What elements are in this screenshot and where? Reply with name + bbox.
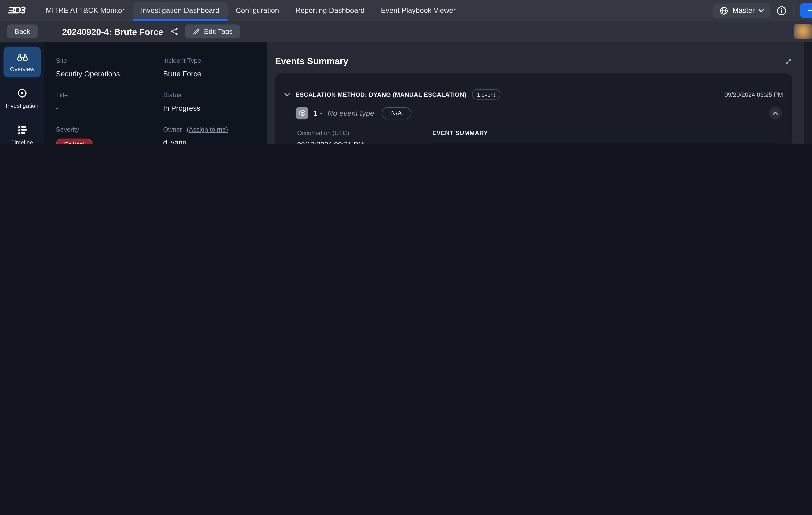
target-icon (16, 87, 28, 99)
divider (793, 4, 794, 17)
chevron-down-icon (284, 92, 290, 96)
share-icon[interactable] (170, 27, 178, 35)
field-incident-type: Incident Type Brute Force (163, 57, 256, 78)
occurred-on-value: 08/12/2024 09:21 PM (297, 141, 432, 144)
event-type-placeholder: No event type (327, 109, 374, 117)
back-button[interactable]: Back (7, 25, 38, 38)
edit-tags-label: Edit Tags (204, 27, 233, 35)
event-row[interactable]: 1 - No event type N/A (296, 107, 782, 119)
tab-configuration[interactable]: Configuration (228, 2, 287, 19)
info-icon[interactable] (777, 5, 787, 16)
edit-tags-button[interactable]: Edit Tags (185, 25, 240, 38)
events-summary-title: Events Summary (275, 56, 348, 66)
tab-reporting-dashboard[interactable]: Reporting Dashboard (287, 2, 373, 19)
events-summary-card: ESCALATION METHOD: DYANG (MANUAL ESCALAT… (275, 73, 792, 144)
assign-to-me-link[interactable]: (Assign to me) (186, 126, 228, 133)
expand-icon[interactable] (785, 57, 792, 65)
event-type-icon (296, 107, 308, 119)
d3-logo: ƎD3 (8, 5, 25, 17)
master-label: Master (732, 6, 755, 14)
tab-mitre-attck-monitor[interactable]: MITRE ATT&CK Monitor (38, 2, 133, 19)
overview-content: Events Summary ESCALATION METHOD: DYANG … (267, 42, 804, 144)
rail-label: Timeline (11, 139, 33, 144)
master-site-dropdown[interactable]: Master (713, 3, 771, 18)
pencil-icon (193, 28, 200, 35)
chevron-down-icon (759, 8, 764, 12)
new-incident-button[interactable]: + Incident (800, 3, 812, 18)
divider (432, 143, 777, 143)
owner-avatar (794, 24, 812, 39)
tab-event-playbook-viewer[interactable]: Event Playbook Viewer (373, 2, 464, 19)
rail-label: Investigation (6, 102, 38, 109)
escalation-method-title: ESCALATION METHOD: DYANG (MANUAL ESCALAT… (295, 91, 466, 98)
event-group-timestamp: 09/20/2024 03:25 PM (724, 91, 783, 98)
overview-module-panel: Overview Module Select from the followin… (804, 42, 812, 144)
collapse-event-button[interactable] (769, 107, 782, 119)
event-group-row[interactable]: ESCALATION METHOD: DYANG (MANUAL ESCALAT… (284, 89, 783, 100)
field-status: Status In Progress (163, 91, 256, 112)
top-navigation: ƎD3 MITRE ATT&CK Monitor Investigation D… (0, 0, 812, 21)
field-site: Site Security Operations (56, 57, 163, 78)
incident-header: Back 20240920-4: Brute Force Edit Tags ×… (0, 21, 812, 42)
app-window: ƎD3 MITRE ATT&CK Monitor Investigation D… (0, 0, 812, 144)
event-index: 1 - (313, 109, 322, 117)
rail-item-timeline[interactable]: Timeline (4, 119, 41, 144)
event-summary-header: EVENT SUMMARY (432, 129, 777, 136)
event-na-badge: N/A (382, 107, 411, 119)
occurred-on-label: Occurred on (UTC) (297, 129, 432, 136)
binoculars-icon (16, 51, 28, 62)
left-navigation-rail: Overview Investigation Timeline (0, 42, 44, 144)
incident-details-panel: Site Security Operations Incident Type B… (44, 42, 267, 144)
field-owner: Owner (Assign to me) di yang (163, 126, 256, 144)
field-severity: Severity Critical (56, 126, 163, 144)
field-title: Title - (56, 91, 163, 112)
rail-label: Overview (10, 66, 34, 72)
globe-icon (720, 6, 728, 15)
tab-investigation-dashboard[interactable]: Investigation Dashboard (133, 2, 228, 19)
severity-badge[interactable]: Critical (56, 139, 93, 144)
rail-item-overview[interactable]: Overview (4, 47, 41, 77)
event-count-badge: 1 event (472, 89, 500, 100)
events-summary-header: Events Summary (275, 56, 792, 66)
rail-item-investigation[interactable]: Investigation (4, 83, 41, 114)
incident-title: 20240920-4: Brute Force (62, 26, 163, 36)
chevron-up-icon (773, 111, 778, 115)
timeline-icon (16, 124, 28, 135)
